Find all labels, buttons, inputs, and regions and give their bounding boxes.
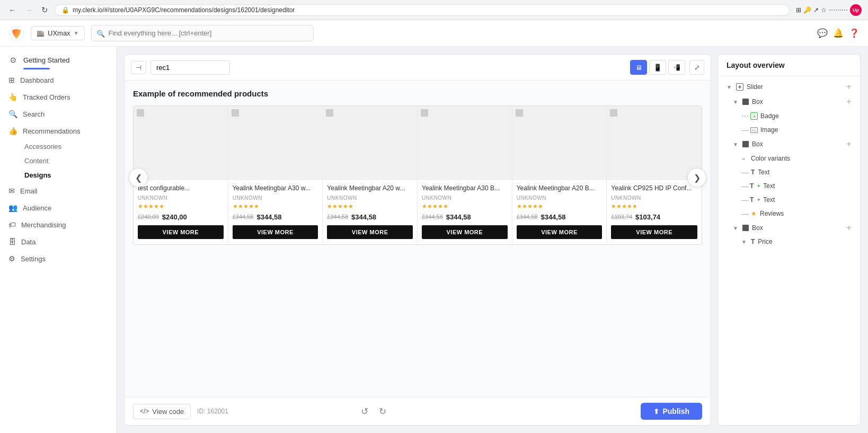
design-id-label: ID: 162001 [197, 408, 228, 415]
sidebar-search-icon: 🔍 [8, 110, 17, 118]
tree-label-slider: Slider [747, 83, 843, 91]
email-icon: ✉ [8, 187, 15, 195]
sidebar-sub-item-accessories[interactable]: Accessories [0, 139, 116, 154]
tree-item-text-2[interactable]: — T ✦ Text [718, 179, 860, 193]
tree-item-text-1[interactable]: — T Text [718, 165, 860, 179]
publish-button[interactable]: ⬆ Publish [641, 403, 702, 420]
store-selector[interactable]: 🏬 UXmax ▼ [31, 26, 85, 40]
product-brand-1: UNKNOWN [233, 195, 318, 201]
mobile-view-button[interactable]: 📲 [668, 60, 685, 75]
chat-icon-button[interactable]: 💬 [817, 28, 828, 38]
sidebar-item-settings[interactable]: ⚙ Settings [0, 250, 116, 267]
sidebar-label-getting-started: Getting Started [23, 56, 69, 64]
slider-next-button[interactable]: ❯ [687, 168, 706, 187]
topbar-right-actions: 💬 🔔 ❓ [817, 28, 860, 38]
product-name-4: Yealink Meetingbar A20 B... [517, 184, 603, 193]
sidebar-item-audience[interactable]: 👥 Audience [0, 199, 116, 216]
product-btn-3[interactable]: VIEW MORE [422, 225, 508, 239]
sidebar-item-merchandising[interactable]: 🏷 Merchandising [0, 216, 116, 233]
tree-label-text-2: Text [763, 182, 854, 190]
sidebar-label-content: Content [24, 157, 49, 165]
product-new-price-0: $240,00 [162, 213, 187, 221]
product-old-price-5: £103,74 [611, 214, 632, 220]
chevron-down-icon-3: ▼ [733, 142, 739, 147]
tree-item-reviews[interactable]: — ★ Reviews [718, 207, 860, 220]
dash-icon-5: — [741, 196, 748, 204]
tree-item-color-variants[interactable]: ··· Color variants [718, 152, 860, 165]
product-stars-5: ★★★★★ [611, 203, 697, 210]
product-brand-2: UNKNOWN [327, 195, 413, 201]
image-icon [750, 127, 758, 133]
sidebar-item-email[interactable]: ✉ Email [0, 182, 116, 199]
design-name-input[interactable] [150, 60, 230, 75]
tree-item-box-2[interactable]: ▼ Box + [718, 137, 860, 152]
tree-add-box-1[interactable]: + [844, 97, 854, 107]
tree-item-box-1[interactable]: ▼ Box + [718, 94, 860, 109]
sidebar-item-dashboard[interactable]: ⊞ Dashboard [0, 72, 116, 89]
tree-label-box-3: Box [752, 224, 843, 232]
product-btn-0[interactable]: VIEW MORE [138, 225, 224, 239]
view-code-button[interactable]: </> View code [133, 404, 191, 419]
sidebar-sub-item-designs[interactable]: Designs [0, 168, 116, 182]
layout-tree: ▼ Slider + ▼ Box + [718, 76, 860, 425]
bell-icon-button[interactable]: 🔔 [833, 28, 844, 38]
publish-label: Publish [662, 407, 689, 416]
tree-add-box-2[interactable]: + [844, 139, 854, 149]
browser-url-bar[interactable]: 🔒 my.clerk.io/#/store/U0APXG9C/recommend… [55, 4, 790, 16]
tree-item-text-3[interactable]: — T ✦ Text [718, 193, 860, 207]
product-name-1: Yealink Meetingbar A30 w... [233, 184, 318, 193]
sidebar-item-tracked-orders[interactable]: 👆 Tracked Orders [0, 89, 116, 105]
sidebar-label-designs: Designs [24, 171, 51, 179]
tree-item-price[interactable]: ▼ T Price [718, 235, 860, 248]
tree-item-box-3[interactable]: ▼ Box + [718, 220, 860, 235]
view-code-label: View code [152, 408, 184, 416]
browser-reload[interactable]: ↻ [39, 4, 50, 16]
sidebar-label-audience: Audience [23, 204, 51, 212]
tablet-view-button[interactable]: 📱 [649, 60, 666, 75]
dots-icon: ··· [741, 154, 748, 163]
sidebar-item-search[interactable]: 🔍 Search [0, 105, 116, 122]
chevron-down-icon: ▼ [727, 84, 733, 90]
sidebar-label-email: Email [20, 187, 38, 195]
product-btn-1[interactable]: VIEW MORE [233, 225, 318, 239]
undo-button[interactable]: ↺ [357, 403, 373, 419]
tree-item-slider[interactable]: ▼ Slider + [718, 79, 860, 94]
dashboard-icon: ⊞ [8, 76, 15, 84]
desktop-view-button[interactable]: 🖥 [630, 60, 647, 75]
tree-label-box-2: Box [752, 140, 843, 148]
global-search-input[interactable] [91, 25, 314, 41]
browser-back[interactable]: ← [6, 4, 19, 15]
expand-editor-button[interactable]: ⤢ [689, 60, 704, 75]
tree-item-badge[interactable]: ⋯ ✦ Badge [718, 109, 860, 123]
tracked-orders-icon: 👆 [8, 93, 17, 101]
product-old-price-0: £240,00 [138, 214, 159, 220]
redo-button[interactable]: ↻ [375, 403, 391, 419]
sidebar-label-data: Data [21, 238, 36, 246]
product-btn-2[interactable]: VIEW MORE [327, 225, 413, 239]
sidebar-item-recommendations[interactable]: 👍 Recommendations [0, 122, 116, 139]
tree-item-image[interactable]: — Image [718, 123, 860, 137]
tree-add-box-3[interactable]: + [844, 223, 854, 233]
product-name-5: Yealink CP925 HD IP Conf... [611, 184, 697, 193]
sidebar-item-data[interactable]: 🗄 Data [0, 233, 116, 250]
browser-forward[interactable]: → [23, 4, 35, 15]
product-card-2: Yealink Meetingbar A20 w... UNKNOWN ★★★★… [323, 106, 418, 244]
help-icon-button[interactable]: ❓ [849, 28, 860, 38]
editor-back-button[interactable]: ⊣ [131, 61, 146, 74]
slider-prev-button[interactable]: ❮ [129, 168, 148, 187]
preview-title: Example of recommended products [133, 89, 702, 98]
tree-add-slider[interactable]: + [844, 82, 854, 92]
merchandising-icon: 🏷 [8, 220, 16, 229]
product-card-1: Yealink Meetingbar A30 w... UNKNOWN ★★★★… [228, 106, 323, 244]
tree-label-color-variants: Color variants [751, 155, 854, 162]
getting-started-underline [23, 68, 50, 69]
product-btn-4[interactable]: VIEW MORE [517, 225, 603, 239]
sidebar-item-getting-started[interactable]: ⊙ Getting Started [0, 51, 116, 69]
box-icon-2 [742, 141, 749, 147]
getting-started-icon: ⊙ [8, 55, 18, 65]
editor-panel: ⊣ 🖥 📱 📲 ⤢ Example of recommended product… [124, 54, 711, 426]
product-btn-5[interactable]: VIEW MORE [611, 225, 697, 239]
url-text: my.clerk.io/#/store/U0APXG9C/recommendat… [73, 6, 295, 14]
sidebar-sub-item-content[interactable]: Content [0, 154, 116, 168]
product-image-4 [512, 106, 607, 180]
